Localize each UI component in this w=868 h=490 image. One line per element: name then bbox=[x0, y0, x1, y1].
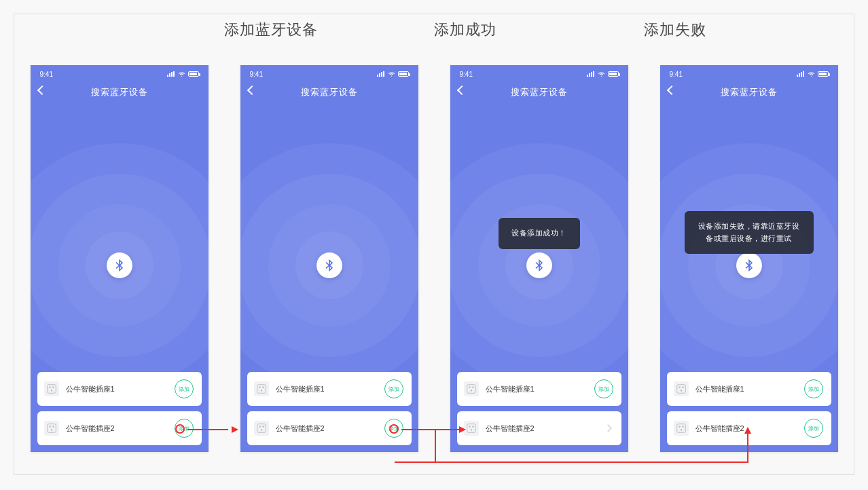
battery-icon bbox=[398, 71, 409, 77]
bluetooth-icon bbox=[736, 252, 762, 278]
status-time: 9:41 bbox=[670, 71, 683, 78]
signal-icon bbox=[797, 71, 805, 77]
page-title: 搜索蓝牙设备 bbox=[91, 86, 148, 98]
chevron-right-icon bbox=[604, 424, 611, 432]
device-name: 公牛智能插座2 bbox=[486, 423, 605, 434]
svg-rect-14 bbox=[262, 426, 264, 428]
add-button[interactable]: 添加 bbox=[384, 419, 403, 438]
socket-icon bbox=[254, 381, 269, 396]
device-name: 公牛智能插座1 bbox=[486, 384, 594, 394]
label-success: 添加成功 bbox=[434, 20, 644, 40]
svg-rect-20 bbox=[467, 424, 475, 433]
navbar: 搜索蓝牙设备 bbox=[660, 79, 838, 106]
page-title: 搜索蓝牙设备 bbox=[721, 86, 778, 98]
svg-rect-19 bbox=[470, 390, 471, 391]
svg-rect-6 bbox=[52, 426, 54, 428]
add-button[interactable]: 添加 bbox=[594, 379, 613, 398]
navbar: 搜索蓝牙设备 bbox=[240, 79, 418, 106]
battery-icon bbox=[188, 71, 199, 77]
radar bbox=[240, 143, 418, 388]
socket-icon bbox=[464, 421, 479, 436]
column-labels: 添加蓝牙设备 添加成功 添加失败 bbox=[14, 20, 854, 40]
device-row: 公牛智能插座2 添加 bbox=[667, 411, 831, 445]
svg-rect-9 bbox=[259, 387, 260, 388]
status-bar: 9:41 bbox=[240, 65, 418, 79]
status-time: 9:41 bbox=[460, 71, 473, 78]
svg-rect-29 bbox=[679, 426, 680, 428]
success-toast: 设备添加成功！ bbox=[499, 218, 580, 249]
signal-icon bbox=[587, 71, 595, 77]
svg-rect-18 bbox=[472, 387, 473, 388]
device-name: 公牛智能插座2 bbox=[66, 423, 175, 434]
svg-rect-1 bbox=[49, 387, 50, 388]
svg-rect-30 bbox=[682, 426, 683, 428]
svg-rect-13 bbox=[259, 426, 260, 428]
wifi-icon bbox=[178, 71, 185, 77]
socket-icon bbox=[254, 421, 269, 436]
svg-rect-5 bbox=[49, 426, 50, 428]
status-bar: 9:41 bbox=[31, 65, 209, 79]
socket-icon bbox=[674, 421, 689, 436]
screen-3: 9:41 搜索蓝牙设备 设备添加成功！ bbox=[450, 65, 628, 452]
label-fail: 添加失败 bbox=[644, 20, 854, 40]
fail-toast: 设备添加失败，请靠近蓝牙设备或重启设备，进行重试 bbox=[685, 211, 814, 254]
wifi-icon bbox=[388, 71, 395, 77]
svg-rect-24 bbox=[676, 385, 685, 394]
svg-rect-17 bbox=[469, 387, 470, 388]
bluetooth-icon bbox=[526, 252, 552, 278]
wifi-icon bbox=[598, 71, 605, 77]
add-button[interactable]: 添加 bbox=[804, 419, 823, 438]
radar bbox=[660, 143, 838, 388]
radar bbox=[31, 143, 209, 388]
navbar: 搜索蓝牙设备 bbox=[31, 79, 209, 106]
device-row: 公牛智能插座2 添加 bbox=[37, 411, 202, 445]
wifi-icon bbox=[808, 71, 815, 77]
screens-row: 9:41 搜索蓝牙设备 公牛智能插座1 bbox=[14, 65, 854, 452]
device-name: 公牛智能插座1 bbox=[66, 384, 175, 394]
socket-icon bbox=[44, 421, 59, 436]
back-icon[interactable] bbox=[456, 86, 466, 95]
status-bar: 9:41 bbox=[660, 65, 838, 79]
device-name: 公牛智能插座1 bbox=[276, 384, 384, 394]
back-icon[interactable] bbox=[37, 86, 46, 95]
screen-4: 9:41 搜索蓝牙设备 设备添加失败，请靠近蓝牙设备或重启设备，进行重试 bbox=[660, 65, 838, 452]
screen-1: 9:41 搜索蓝牙设备 公牛智能插座1 bbox=[31, 65, 209, 452]
signal-icon bbox=[167, 71, 175, 77]
device-row: 公牛智能插座1 添加 bbox=[667, 372, 831, 406]
bluetooth-icon bbox=[107, 252, 132, 278]
svg-rect-0 bbox=[47, 385, 56, 394]
signal-icon bbox=[377, 71, 385, 77]
svg-rect-28 bbox=[676, 424, 685, 433]
svg-rect-21 bbox=[469, 426, 470, 428]
svg-rect-27 bbox=[680, 390, 681, 391]
navbar: 搜索蓝牙设备 bbox=[450, 79, 628, 106]
device-row: 公牛智能插座1 添加 bbox=[457, 372, 621, 406]
svg-rect-16 bbox=[467, 385, 475, 394]
svg-rect-3 bbox=[50, 390, 52, 391]
device-name: 公牛智能插座1 bbox=[695, 384, 804, 394]
add-button[interactable]: 添加 bbox=[175, 379, 194, 398]
svg-rect-22 bbox=[472, 426, 473, 428]
svg-rect-2 bbox=[52, 387, 54, 388]
bluetooth-icon bbox=[317, 252, 342, 278]
back-icon[interactable] bbox=[247, 86, 256, 95]
screen-2: 9:41 搜索蓝牙设备 公牛智能插座1 bbox=[240, 65, 418, 452]
svg-rect-23 bbox=[470, 429, 471, 430]
back-icon[interactable] bbox=[666, 86, 676, 95]
add-button[interactable]: 添加 bbox=[804, 379, 823, 398]
socket-icon bbox=[674, 381, 689, 396]
svg-rect-15 bbox=[260, 429, 261, 430]
device-row[interactable]: 公牛智能插座2 bbox=[457, 411, 621, 445]
status-bar: 9:41 bbox=[450, 65, 628, 79]
flow-diagram: 添加蓝牙设备 添加成功 添加失败 9:41 搜索蓝牙设备 bbox=[14, 14, 854, 475]
label-add-bt: 添加蓝牙设备 bbox=[224, 20, 434, 40]
add-button[interactable]: 添加 bbox=[384, 379, 403, 398]
svg-rect-10 bbox=[262, 387, 264, 388]
svg-rect-4 bbox=[47, 424, 56, 433]
svg-rect-25 bbox=[679, 387, 680, 388]
add-button[interactable]: 添加 bbox=[175, 419, 194, 438]
battery-icon bbox=[608, 71, 619, 77]
svg-rect-12 bbox=[257, 424, 266, 433]
page-title: 搜索蓝牙设备 bbox=[511, 86, 568, 98]
status-time: 9:41 bbox=[40, 71, 53, 78]
